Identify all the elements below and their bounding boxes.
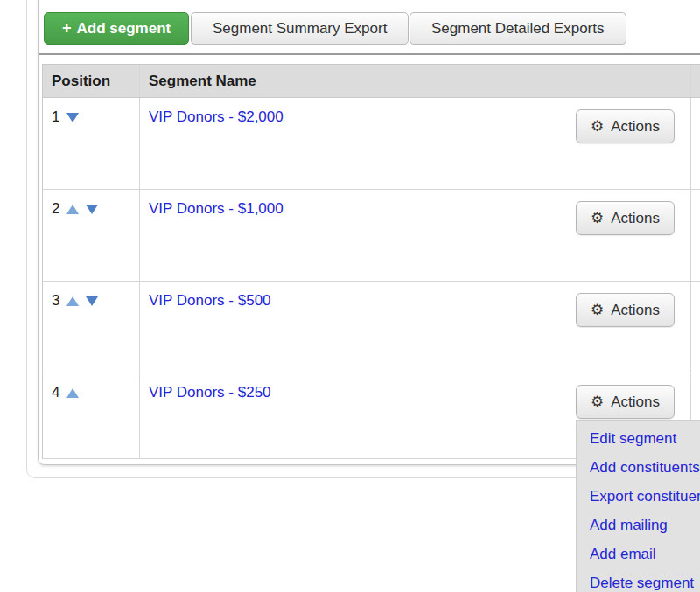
add-segment-label: Add segment (77, 20, 172, 37)
table-row: 2 VIP Donors - $1,000 ⚙ Actions (43, 190, 700, 282)
gear-icon: ⚙ (591, 119, 604, 134)
segment-detailed-exports-button[interactable]: Segment Detailed Exports (410, 12, 626, 45)
segment-link[interactable]: VIP Donors - $250 (149, 384, 271, 400)
position-cell: 2 (43, 190, 139, 281)
segments-table: Position Segment Name 1 VIP Donors - $2,… (42, 64, 700, 459)
clipped-cell (690, 98, 700, 189)
actions-button-label: Actions (611, 394, 660, 411)
segment-link[interactable]: VIP Donors - $2,000 (149, 108, 284, 125)
actions-menu: Edit segment Add constituents Export con… (576, 420, 700, 592)
menu-item[interactable]: Add mailing (577, 511, 700, 540)
table-row: 3 VIP Donors - $500 ⚙ Actions (43, 282, 700, 373)
col-header-position: Position (43, 65, 139, 97)
table-body: 1 VIP Donors - $2,000 ⚙ Actions 2 VIP Do… (43, 98, 700, 459)
move-down-icon[interactable] (86, 296, 98, 306)
position-cell: 3 (43, 282, 139, 373)
segments-page: +Add segment Segment Summary Export Segm… (0, 0, 700, 592)
position-cell: 4 (43, 373, 139, 458)
actions-button-label: Actions (611, 210, 660, 227)
table-header-row: Position Segment Name (43, 65, 700, 98)
gear-icon: ⚙ (591, 394, 604, 409)
clipped-cell (690, 282, 700, 373)
position-cell: 1 (43, 98, 139, 189)
segment-name-cell: VIP Donors - $2,000 ⚙ Actions (139, 98, 690, 189)
move-up-icon[interactable] (66, 205, 79, 214)
move-up-icon[interactable] (66, 296, 79, 306)
segment-link[interactable]: VIP Donors - $500 (149, 292, 271, 309)
segment-name-cell: VIP Donors - $500 ⚙ Actions (139, 282, 690, 373)
toolbar-divider (38, 53, 700, 55)
col-header-segment-name: Segment Name (139, 65, 690, 97)
plus-icon: + (62, 19, 72, 37)
move-down-icon[interactable] (86, 205, 98, 214)
menu-item[interactable]: Add email (577, 540, 700, 568)
actions-button-label: Actions (611, 302, 660, 319)
actions-button[interactable]: ⚙ Actions (576, 201, 675, 235)
menu-item[interactable]: Add constituents (577, 453, 700, 482)
position-number: 1 (52, 108, 60, 126)
actions-button[interactable]: ⚙ Actions (576, 109, 675, 143)
segment-name-cell: VIP Donors - $1,000 ⚙ Actions (139, 190, 690, 281)
menu-item[interactable]: Export constituents (577, 482, 700, 511)
add-segment-button[interactable]: +Add segment (44, 12, 189, 45)
position-number: 2 (52, 200, 60, 218)
position-number: 3 (52, 292, 60, 310)
menu-item[interactable]: Edit segment (577, 424, 700, 453)
gear-icon: ⚙ (591, 303, 604, 317)
actions-button[interactable]: ⚙ Actions (576, 385, 675, 419)
table-row: 1 VIP Donors - $2,000 ⚙ Actions (43, 98, 700, 190)
segment-link[interactable]: VIP Donors - $1,000 (149, 200, 284, 217)
col-header-clipped (690, 65, 700, 97)
menu-item[interactable]: Delete segment (577, 568, 700, 592)
actions-button[interactable]: ⚙ Actions (576, 293, 675, 327)
move-up-icon[interactable] (66, 388, 79, 398)
position-number: 4 (52, 384, 60, 401)
segment-summary-export-button[interactable]: Segment Summary Export (191, 12, 409, 45)
clipped-cell (690, 190, 700, 281)
actions-button-label: Actions (611, 118, 660, 136)
move-down-icon[interactable] (66, 113, 79, 122)
gear-icon: ⚙ (591, 211, 604, 226)
